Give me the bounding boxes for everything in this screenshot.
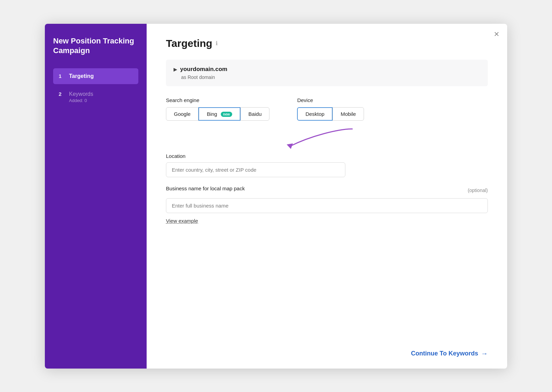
business-name-label: Business name for local map pack [166, 185, 245, 191]
engine-baidu-button[interactable]: Baidu [240, 107, 269, 121]
sidebar: New Position Tracking Campaign 1 Targeti… [45, 24, 147, 369]
engine-google-button[interactable]: Google [166, 107, 198, 121]
close-button[interactable]: ✕ [494, 30, 500, 38]
page-header: Targeting ℹ [166, 38, 488, 49]
page-title: Targeting [166, 38, 212, 49]
step-label-keywords: Keywords [69, 91, 93, 97]
continue-arrow-icon: → [481, 350, 488, 358]
device-mobile-button[interactable]: Mobile [333, 107, 364, 121]
annotation-area [166, 129, 488, 150]
device-label: Device [297, 97, 364, 103]
search-engine-label: Search engine [166, 97, 269, 103]
search-engine-buttons: Google Bing new Baidu [166, 107, 269, 121]
sidebar-step-keywords[interactable]: 2 Keywords Added: 0 [53, 86, 138, 108]
business-name-input[interactable] [166, 198, 488, 213]
svg-marker-0 [287, 143, 293, 149]
step-label-targeting: Targeting [69, 73, 94, 79]
main-content: Targeting ℹ ▶ yourdomain.com as Root dom… [147, 24, 507, 369]
domain-box: ▶ yourdomain.com as Root domain [166, 60, 488, 86]
device-buttons: Desktop Mobile [297, 107, 364, 121]
continue-button[interactable]: Continue To Keywords → [411, 350, 488, 358]
footer: Continue To Keywords → [166, 343, 488, 358]
location-section: Location [166, 153, 488, 177]
step-sub-keywords: Added: 0 [69, 98, 93, 103]
device-desktop-button[interactable]: Desktop [297, 107, 333, 121]
view-example-link[interactable]: View example [166, 218, 198, 224]
location-label: Location [166, 153, 488, 159]
domain-row: ▶ yourdomain.com [174, 66, 480, 73]
business-name-section: Business name for local map pack (option… [166, 185, 488, 224]
sidebar-step-targeting[interactable]: 1 Targeting [53, 68, 138, 84]
section-row: Search engine Google Bing new Baidu Devi… [166, 97, 488, 121]
step-number-1: 1 [59, 73, 65, 79]
arrow-annotation [283, 125, 359, 150]
location-input[interactable] [166, 162, 345, 177]
device-block: Device Desktop Mobile [297, 97, 364, 121]
new-badge: new [221, 112, 232, 117]
business-name-optional: (optional) [468, 188, 488, 193]
sidebar-title: New Position Tracking Campaign [53, 36, 138, 56]
engine-bing-button[interactable]: Bing new [198, 107, 240, 121]
domain-name: yourdomain.com [180, 66, 227, 73]
modal: ✕ New Position Tracking Campaign 1 Targe… [45, 24, 507, 369]
chevron-right-icon: ▶ [174, 67, 177, 72]
continue-label: Continue To Keywords [411, 350, 478, 357]
domain-type: as Root domain [181, 74, 480, 80]
step-number-2: 2 [59, 91, 65, 97]
search-engine-block: Search engine Google Bing new Baidu [166, 97, 269, 121]
business-name-label-row: Business name for local map pack (option… [166, 185, 488, 195]
info-icon[interactable]: ℹ [216, 40, 218, 47]
